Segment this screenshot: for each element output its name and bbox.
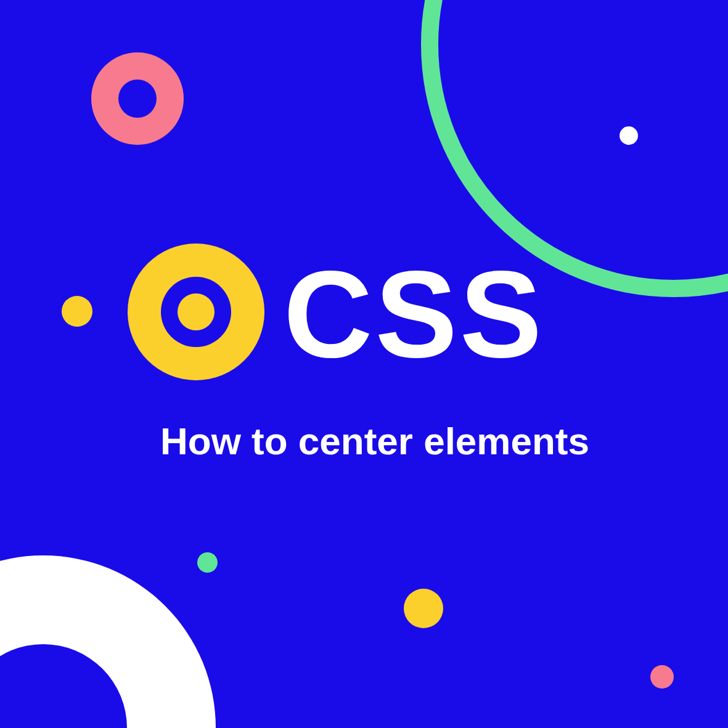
graphic-canvas: CSS How to center elements <box>0 0 728 728</box>
subtitle-text: How to center elements <box>160 419 589 463</box>
yellow-bullseye-icon <box>128 243 264 380</box>
white-ring-icon <box>0 555 216 728</box>
main-title: CSS <box>284 243 544 385</box>
yellow-dot-bottom-icon <box>404 589 443 628</box>
white-dot-icon <box>620 126 638 145</box>
yellow-dot-small-icon <box>62 296 92 327</box>
pink-ring-icon <box>91 52 184 145</box>
pink-dot-icon <box>650 665 674 689</box>
green-dot-icon <box>197 552 218 573</box>
